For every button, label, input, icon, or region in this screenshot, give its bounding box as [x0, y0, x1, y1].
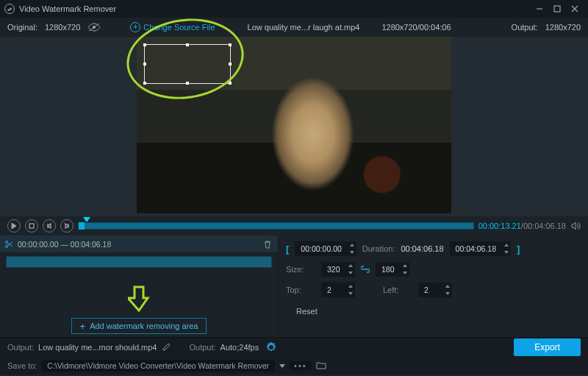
handle-lm[interactable] [143, 63, 146, 65]
play-button[interactable] [7, 219, 21, 233]
handle-tl[interactable] [143, 43, 146, 46]
preview-toggle-icon[interactable] [87, 23, 101, 32]
spin-up[interactable] [346, 262, 355, 269]
spin-down[interactable] [348, 249, 356, 256]
duration-value: 00:04:06.18 [401, 244, 443, 253]
change-source-label: Change Source File [143, 23, 215, 32]
scissors-icon [4, 240, 13, 249]
playhead-icon[interactable] [83, 217, 90, 222]
timecode: 00:00:13.21/00:04:06.18 [478, 221, 566, 230]
duration-label: Duration: [362, 244, 395, 253]
plus-icon: + [80, 321, 86, 332]
format-settings-button[interactable] [266, 342, 276, 352]
spin-up[interactable] [348, 241, 356, 249]
size-label: Size: [286, 265, 315, 274]
spin-up[interactable] [502, 241, 511, 249]
spin-down[interactable] [502, 249, 511, 256]
save-to-label: Save to: [7, 361, 37, 370]
mark-in-button[interactable] [43, 219, 56, 233]
titlebar: Video Watermark Remover [0, 0, 588, 18]
edit-name-button[interactable] [162, 343, 171, 352]
reset-button[interactable]: Reset [286, 305, 328, 318]
handle-bm[interactable] [186, 82, 189, 85]
total-time: 00:04:06.18 [523, 221, 566, 230]
footer: Output: Low quality me...mor should.mp4 … [0, 337, 588, 375]
handle-tr[interactable] [229, 43, 232, 46]
bracket-left-icon[interactable]: [ [286, 244, 289, 255]
handle-br[interactable] [229, 82, 232, 85]
browse-button[interactable]: ••• [290, 361, 312, 370]
spin-up[interactable] [443, 283, 452, 290]
handle-rm[interactable] [229, 63, 232, 65]
svg-point-5 [270, 346, 273, 349]
width-input[interactable]: 320 [321, 262, 355, 277]
timeline-scrubber[interactable] [78, 222, 474, 230]
left-label: Left: [383, 285, 412, 294]
add-area-label: Add watermark removing area [90, 322, 198, 330]
output-dims: 1280x720 [545, 23, 581, 32]
spin-down[interactable] [443, 290, 452, 297]
bracket-right-icon[interactable]: ] [517, 244, 520, 255]
svg-rect-0 [554, 6, 560, 12]
start-time-input[interactable]: 00:00:00.00 [295, 241, 356, 256]
spin-up[interactable] [346, 283, 355, 290]
segment-track[interactable] [6, 256, 272, 268]
info-bar: Original: 1280x720 + Change Source File … [0, 18, 588, 37]
parameters-panel: [ 00:00:00.00 Duration:00:04:06.18 00:04… [278, 235, 588, 337]
file-name: Low quality me...r laugh at.mp4 [248, 23, 360, 32]
segment-header: 00:00:00.00 — 00:04:06.18 [0, 235, 278, 253]
preview-area [0, 37, 588, 216]
svg-rect-2 [29, 224, 34, 228]
top-input[interactable]: 2 [321, 283, 355, 297]
height-input[interactable]: 180 [376, 262, 409, 277]
original-label: Original: [7, 23, 37, 32]
spin-up[interactable] [401, 262, 409, 269]
plus-icon: + [130, 22, 140, 32]
end-time-input[interactable]: 00:04:06.18 [450, 241, 511, 256]
change-source-button[interactable]: + Change Source File [130, 22, 215, 32]
segments-panel: 00:00:00.00 — 00:04:06.18 + Add watermar… [0, 235, 278, 337]
delete-segment-button[interactable] [263, 240, 272, 249]
top-label: Top: [286, 285, 315, 294]
annotation-arrow-icon [128, 285, 150, 312]
output-file-name: Low quality me...mor should.mp4 [38, 343, 157, 352]
handle-tm[interactable] [186, 43, 189, 46]
timeline-range-handle[interactable] [79, 222, 85, 230]
handle-bl[interactable] [143, 82, 146, 85]
segment-range: 00:00:00.00 — 00:04:06.18 [18, 240, 111, 249]
export-button[interactable]: Export [514, 338, 581, 356]
open-folder-button[interactable] [316, 361, 326, 370]
volume-button[interactable] [570, 221, 581, 231]
spin-down[interactable] [346, 290, 355, 297]
middle-panels: 00:00:00.00 — 00:04:06.18 + Add watermar… [0, 235, 588, 337]
close-button[interactable] [566, 2, 584, 15]
minimize-button[interactable] [531, 2, 548, 15]
link-aspect-icon[interactable] [361, 265, 370, 274]
app-title: Video Watermark Remover [19, 4, 116, 13]
save-path[interactable]: C:\Vidmore\Vidmore Video Converter\Video… [41, 360, 275, 372]
left-input[interactable]: 2 [418, 283, 452, 297]
stop-button[interactable] [25, 219, 38, 233]
file-dims-time: 1280x720/00:04:06 [381, 23, 451, 32]
output-format-label: Output: [190, 343, 216, 352]
current-time: 00:00:13.21 [478, 221, 521, 230]
original-dims: 1280x720 [45, 23, 80, 32]
app-logo-icon [4, 4, 15, 14]
spin-down[interactable] [401, 269, 409, 277]
mark-out-button[interactable] [60, 219, 74, 233]
maximize-button[interactable] [548, 2, 566, 15]
transport-bar: 00:00:13.21/00:04:06.18 [0, 216, 588, 235]
output-format-value: Auto;24fps [220, 343, 259, 352]
add-area-button[interactable]: + Add watermark removing area [71, 318, 207, 334]
selection-rectangle[interactable] [144, 44, 231, 84]
path-dropdown-button[interactable] [279, 364, 285, 368]
spin-down[interactable] [346, 269, 355, 277]
output-file-label: Output: [7, 343, 34, 352]
output-label: Output: [512, 23, 538, 32]
